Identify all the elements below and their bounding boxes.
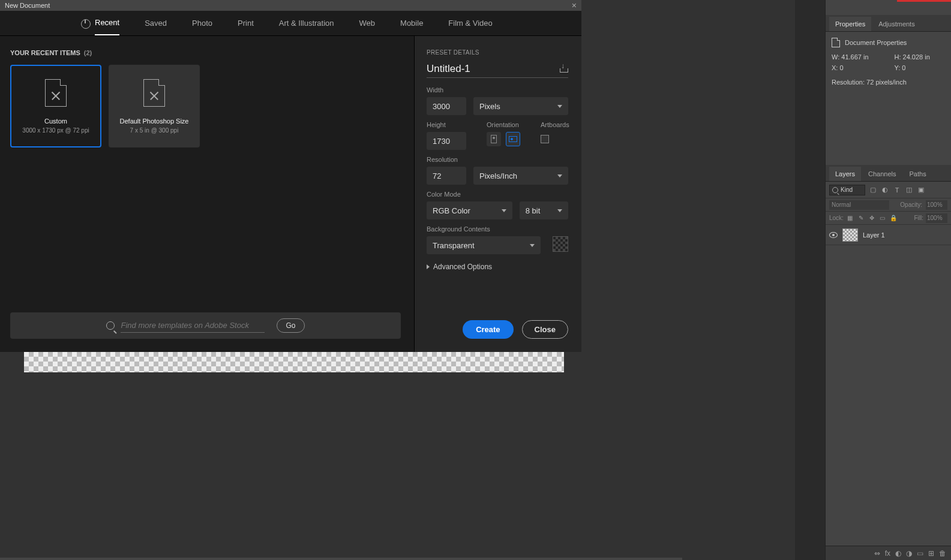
tab-adjustments[interactable]: Adjustments [872,17,921,31]
mask-icon[interactable]: ◐ [895,549,901,558]
width-label: Width [427,86,568,94]
new-layer-icon[interactable]: ⊞ [928,549,934,558]
chevron-right-icon [427,264,430,269]
color-mode-label: Color Mode [427,191,568,198]
tab-art[interactable]: Art & Illustration [279,11,334,35]
chevron-down-icon [502,209,506,212]
stock-search-input[interactable] [121,318,265,333]
preset-title: Default Photoshop Size [120,118,189,125]
canvas-checker [24,352,564,372]
height-label: Height [427,121,466,128]
filter-type-icon[interactable]: T [893,186,901,194]
artboards-checkbox[interactable] [541,135,549,143]
close-button[interactable]: Close [522,320,568,339]
bg-contents-dropdown[interactable]: Transparent [427,236,541,254]
lock-label: Lock: [829,215,844,221]
bit-depth-dropdown[interactable]: 8 bit [520,201,568,219]
category-tabs: Recent Saved Photo Print Art & Illustrat… [0,11,581,36]
filter-shape-icon[interactable]: ◫ [905,186,913,194]
adjustment-icon[interactable]: ◑ [906,549,912,558]
dialog-titlebar: New Document × [0,0,581,11]
filter-adjust-icon[interactable]: ◐ [881,186,889,194]
save-preset-icon[interactable] [559,65,568,73]
height-input[interactable]: 1730 [427,132,466,150]
recent-count: (2) [84,49,92,56]
bg-color-swatch[interactable] [553,236,568,252]
go-button[interactable]: Go [277,318,304,333]
fx-icon[interactable]: fx [885,549,890,558]
tab-channels[interactable]: Channels [862,167,902,181]
preset-title: Custom [44,118,67,125]
color-mode-dropdown[interactable]: RGB Color [427,201,512,219]
width-input[interactable]: 3000 [427,97,466,115]
filter-smart-icon[interactable]: ▣ [917,186,925,194]
lock-position-icon[interactable]: ✥ [868,214,876,222]
visibility-icon[interactable] [829,232,838,238]
preset-sub: 3000 x 1730 px @ 72 ppi [22,127,89,134]
tab-paths[interactable]: Paths [904,167,932,181]
bg-contents-value: Transparent [433,241,475,250]
dialog-title: New Document [5,2,50,9]
tab-properties[interactable]: Properties [829,17,871,31]
close-icon[interactable]: × [572,1,577,10]
advanced-options-toggle[interactable]: Advanced Options [427,263,568,271]
trash-icon[interactable]: 🗑 [939,549,946,558]
opacity-label: Opacity: [900,201,922,208]
search-icon [832,187,838,193]
tab-recent[interactable]: Recent [95,11,119,35]
fill-label: Fill: [914,215,923,221]
tab-mobile[interactable]: Mobile [400,11,423,35]
lock-all-icon[interactable]: 🔒 [889,214,898,222]
chevron-down-icon [530,244,535,247]
preset-sub: 7 x 5 in @ 300 ppi [130,127,179,134]
chevron-down-icon [557,209,562,212]
layer-row[interactable]: Layer 1 [826,225,951,245]
layer-thumbnail [842,228,858,242]
resolution-units-dropdown[interactable]: Pixels/Inch [473,167,568,185]
opacity-input[interactable]: 100% [926,200,947,210]
advanced-label: Advanced Options [433,263,492,271]
tab-saved[interactable]: Saved [145,11,167,35]
document-icon [832,38,840,47]
orientation-portrait[interactable] [487,132,501,146]
lock-artboard-icon[interactable]: ▭ [878,214,887,222]
new-document-dialog: New Document × Recent Saved Photo Print … [0,0,581,352]
search-icon [106,321,115,330]
app-close-strip [826,0,951,2]
resolution-label: Resolution [427,156,568,163]
lock-transparency-icon[interactable]: ▦ [846,214,854,222]
filter-pixel-icon[interactable]: ▢ [869,186,877,194]
group-icon[interactable]: ▭ [917,549,923,558]
link-layers-icon[interactable]: ⇔ [874,549,880,558]
bg-contents-label: Background Contents [427,225,568,233]
units-dropdown[interactable]: Pixels [473,97,568,115]
preset-details-label: PRESET DETAILS [427,49,568,56]
tab-web[interactable]: Web [359,11,376,35]
chevron-down-icon [557,174,562,177]
preset-custom[interactable]: Custom 3000 x 1730 px @ 72 ppi [10,65,101,147]
fill-input[interactable]: 100% [926,213,947,223]
document-icon [45,79,67,107]
document-icon [143,79,165,107]
tab-layers[interactable]: Layers [829,167,861,181]
tab-film[interactable]: Film & Video [448,11,492,35]
resolution-units-value: Pixels/Inch [479,171,517,180]
layer-name: Layer 1 [863,231,885,239]
tab-print[interactable]: Print [238,11,254,35]
color-mode-value: RGB Color [433,206,470,215]
create-button[interactable]: Create [463,320,513,339]
layer-filter-kind[interactable]: Kind [829,185,865,195]
tab-photo[interactable]: Photo [192,11,212,35]
lock-pixels-icon[interactable]: ✎ [857,214,865,222]
recent-header: YOUR RECENT ITEMS [10,49,80,56]
chevron-down-icon [557,105,562,108]
document-name-input[interactable]: Untitled-1 [427,63,470,75]
blend-mode-dropdown[interactable]: Normal [829,200,889,210]
resolution-input[interactable]: 72 [427,167,466,185]
doc-properties-title: Document Properties [845,39,907,46]
bit-depth-value: 8 bit [526,206,541,215]
preset-default[interactable]: Default Photoshop Size 7 x 5 in @ 300 pp… [109,65,200,147]
orientation-landscape[interactable] [506,132,520,146]
orientation-label: Orientation [487,121,520,128]
status-bar [0,558,682,560]
